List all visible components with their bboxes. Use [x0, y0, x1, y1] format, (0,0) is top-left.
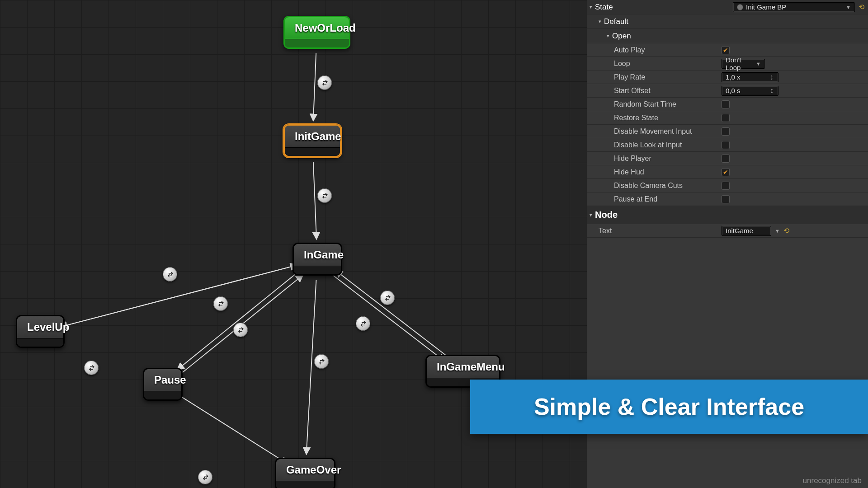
checkbox[interactable] [722, 46, 730, 54]
disclosure-icon: ▾ [599, 19, 601, 24]
section-default[interactable]: ▾ Default [587, 14, 868, 29]
node-title: InitGame [285, 126, 340, 148]
prop-row: LoopDon't Loop▼ [587, 57, 868, 70]
prop-label: Random Start Time [587, 100, 722, 108]
svg-line-4 [177, 271, 300, 370]
transition-icon[interactable] [317, 188, 332, 203]
number-input[interactable]: 1,0 x⭥ [722, 72, 778, 82]
prop-label: Hide Player [587, 155, 722, 163]
prop-label: Disable Look at Input [587, 141, 722, 149]
footer-note: unrecognized tab [587, 474, 868, 488]
transition-icon[interactable] [213, 296, 228, 311]
transition-icon[interactable] [380, 291, 395, 305]
node-title: NewOrLoad [285, 17, 349, 39]
promo-banner: Simple & Clear Interface [470, 380, 868, 434]
svg-line-7 [335, 270, 448, 357]
checkbox[interactable] [722, 195, 730, 203]
prop-label: Text [587, 227, 722, 235]
prop-row: Auto Play [587, 43, 868, 57]
prop-row: Play Rate1,0 x⭥ [587, 70, 868, 84]
disclosure-icon: ▾ [590, 212, 592, 218]
checkbox[interactable] [722, 182, 730, 190]
node-body [285, 39, 349, 47]
prop-row: Hide Player [587, 152, 868, 165]
node-body [285, 148, 340, 156]
graph-node-gameover[interactable]: GameOver [275, 458, 335, 488]
prop-row: Random Start Time [587, 98, 868, 111]
transition-icon[interactable] [314, 354, 329, 369]
svg-line-6 [332, 274, 445, 361]
node-title: Pause [144, 369, 181, 391]
checkbox[interactable] [722, 114, 730, 122]
svg-line-9 [180, 396, 288, 464]
prop-label: Hide Hud [587, 168, 722, 176]
transition-icon[interactable] [84, 361, 99, 375]
banner-text: Simple & Clear Interface [534, 393, 804, 420]
graph-node-neworload[interactable]: NewOrLoad [283, 16, 350, 49]
prop-label: Auto Play [587, 46, 722, 54]
section-label: State [595, 3, 613, 12]
number-value: 0,0 s [726, 87, 741, 94]
prop-row: Pause at End [587, 192, 868, 206]
node-title: GameOver [276, 459, 334, 481]
transition-icon[interactable] [356, 316, 370, 331]
section-open[interactable]: ▾ Open [587, 29, 868, 43]
svg-line-2 [60, 265, 298, 327]
checkbox[interactable] [722, 141, 730, 149]
node-title: InGameMenu [427, 356, 499, 378]
prop-label: Disable Movement Input [587, 127, 722, 136]
prop-node-text: Text InitGame ▼ ⟲ [587, 224, 868, 238]
node-body [17, 338, 63, 347]
section-state[interactable]: ▾ State Init Game BP ▼ ⟲ [587, 0, 868, 14]
sphere-icon [737, 4, 743, 10]
prop-label: Loop [587, 60, 722, 68]
section-node[interactable]: ▾ Node [587, 206, 868, 224]
graph-node-ingame[interactable]: InGame [292, 243, 342, 276]
disclosure-icon: ▾ [607, 33, 609, 39]
transition-icon[interactable] [233, 323, 248, 337]
number-input[interactable]: 0,0 s⭥ [722, 86, 778, 96]
checkbox[interactable] [722, 127, 730, 136]
state-dropdown[interactable]: Init Game BP ▼ [733, 2, 855, 12]
prop-row: Restore State [587, 111, 868, 125]
graph-node-initgame[interactable]: InitGame [283, 124, 341, 157]
prop-row: Disable Camera Cuts [587, 179, 868, 192]
checkbox[interactable] [722, 100, 730, 108]
transition-icon[interactable] [163, 267, 177, 282]
section-label: Open [612, 32, 631, 41]
svg-line-8 [307, 280, 316, 455]
section-label: Default [604, 17, 628, 26]
chevron-down-icon: ▼ [756, 61, 761, 66]
prop-row: Disable Look at Input [587, 138, 868, 152]
chevron-down-icon[interactable]: ▼ [775, 228, 780, 234]
prop-label: Start Offset [587, 87, 722, 95]
svg-line-3 [60, 265, 298, 327]
node-text-input[interactable]: InitGame [722, 226, 771, 236]
number-value: 1,0 x [726, 73, 741, 81]
prop-label: Play Rate [587, 73, 722, 81]
prop-label: Restore State [587, 114, 722, 122]
state-dropdown-value: Init Game BP [746, 3, 786, 11]
reset-icon[interactable]: ⟲ [859, 3, 864, 11]
prop-row: Disable Movement Input [587, 125, 868, 138]
prop-row: Hide Hud [587, 165, 868, 179]
checkbox[interactable] [722, 168, 730, 176]
chevron-down-icon: ▼ [846, 5, 851, 10]
checkbox[interactable] [722, 155, 730, 163]
combo-value: Don't Loop [726, 56, 753, 71]
transition-icon[interactable] [198, 470, 212, 484]
prop-label: Disable Camera Cuts [587, 182, 722, 190]
spinner-icon: ⭥ [769, 88, 774, 94]
svg-line-1 [313, 162, 316, 239]
section-label: Node [595, 210, 618, 220]
graph-node-pause[interactable]: Pause [143, 368, 183, 401]
spinner-icon: ⭥ [769, 75, 774, 80]
transition-icon[interactable] [317, 75, 332, 90]
graph-node-levelup[interactable]: LevelUp [16, 315, 65, 348]
prop-label: Pause at End [587, 195, 722, 203]
node-body [144, 391, 181, 399]
node-body [294, 266, 341, 274]
combo[interactable]: Don't Loop▼ [722, 59, 765, 69]
node-body [276, 481, 334, 488]
reset-icon[interactable]: ⟲ [783, 226, 789, 235]
